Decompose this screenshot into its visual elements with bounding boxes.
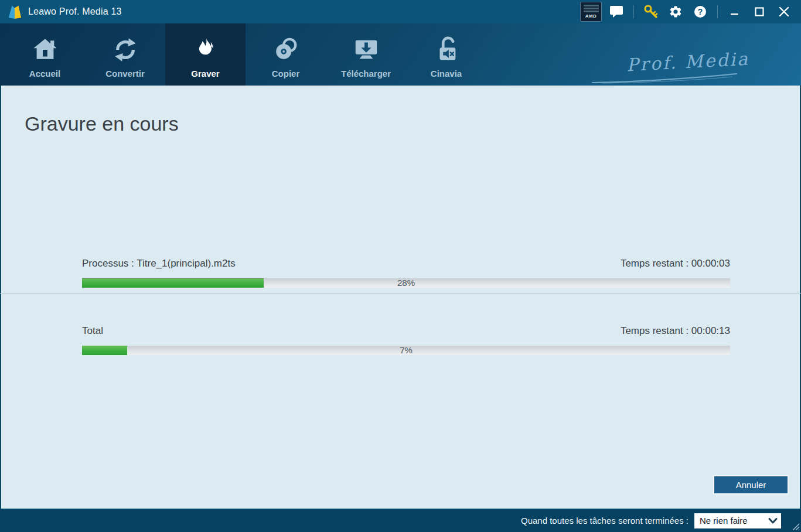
tab-accueil[interactable]: Accueil <box>5 23 85 86</box>
task-row: Processus : Titre_1(principal).m2ts Temp… <box>82 258 730 270</box>
close-button[interactable] <box>774 3 794 21</box>
maximize-icon <box>755 7 764 16</box>
section-divider <box>0 293 801 294</box>
tab-telecharger[interactable]: Télécharger <box>326 23 406 86</box>
progress-track: 28% <box>82 278 730 288</box>
after-tasks-dropdown[interactable]: Ne rien faire <box>694 513 781 528</box>
convert-arrows-icon <box>112 33 139 66</box>
titlebar-controls: AMD <box>580 2 794 22</box>
minimize-icon <box>730 7 739 16</box>
amd-radeon-lines <box>584 11 599 12</box>
titlebar-separator <box>633 5 634 18</box>
tab-label: Convertir <box>105 69 145 79</box>
task-label: Total <box>82 325 103 337</box>
home-icon <box>32 33 59 66</box>
task-label: Processus : Titre_1(principal).m2ts <box>82 258 236 270</box>
close-icon <box>779 6 789 17</box>
progress-percent: 7% <box>82 346 730 355</box>
svg-text:?: ? <box>698 7 703 16</box>
progress-track: 7% <box>82 346 730 355</box>
help-icon: ? <box>693 5 707 19</box>
app-window: Leawo Prof. Media 13 AMD <box>0 0 801 532</box>
help-button[interactable]: ? <box>690 3 710 21</box>
dropdown-selected-value: Ne rien faire <box>700 516 768 526</box>
brand-text: Prof. Media <box>626 49 749 76</box>
chevron-down-icon <box>768 517 778 524</box>
amd-badge-label: AMD <box>585 13 597 19</box>
license-key-icon <box>643 4 659 19</box>
feedback-button[interactable] <box>606 3 626 21</box>
tab-copier[interactable]: Copier <box>246 23 326 86</box>
main-content: Gravure en cours Processus : Titre_1(pri… <box>0 86 801 509</box>
tab-label: Télécharger <box>341 69 391 79</box>
task-row: Total Temps restant : 00:00:13 <box>82 325 730 337</box>
burn-flame-icon <box>192 33 219 66</box>
brand-logo: Prof. Media <box>626 52 749 84</box>
footer-bar: Quand toutes les tâches seront terminées… <box>0 509 801 532</box>
nav-bar: Accueil Convertir <box>0 23 801 86</box>
titlebar: Leawo Prof. Media 13 AMD <box>0 0 801 23</box>
footer-prompt: Quand toutes les tâches seront terminées… <box>521 516 688 526</box>
feedback-bubble-icon <box>609 5 623 18</box>
page-title: Gravure en cours <box>25 112 179 135</box>
titlebar-separator <box>717 5 718 18</box>
app-title: Leawo Prof. Media 13 <box>28 6 122 17</box>
settings-gear-icon <box>669 5 683 19</box>
brand-swoosh <box>591 73 738 84</box>
task-time-remaining: Temps restant : 00:00:03 <box>621 258 730 270</box>
progress-percent: 28% <box>82 278 730 288</box>
amd-radeon-badge: AMD <box>580 2 602 22</box>
tab-label: Graver <box>191 69 219 79</box>
leawo-logo-icon <box>7 4 22 19</box>
tab-convertir[interactable]: Convertir <box>85 23 165 86</box>
cinavia-unlock-icon <box>433 33 460 66</box>
tab-graver[interactable]: Graver <box>165 23 246 86</box>
download-icon <box>353 33 380 66</box>
tab-cinavia[interactable]: Cinavia <box>406 23 486 86</box>
minimize-button[interactable] <box>725 3 745 21</box>
tab-label: Accueil <box>29 69 60 79</box>
license-key-button[interactable] <box>641 3 661 21</box>
resize-grip[interactable] <box>790 521 800 531</box>
maximize-button[interactable] <box>749 3 769 21</box>
settings-button[interactable] <box>666 3 686 21</box>
cancel-button[interactable]: Annuler <box>713 475 789 495</box>
disc-copy-icon <box>272 33 299 66</box>
tab-label: Cinavia <box>431 69 462 79</box>
task-time-remaining: Temps restant : 00:00:13 <box>621 325 730 337</box>
tab-label: Copier <box>272 69 300 79</box>
